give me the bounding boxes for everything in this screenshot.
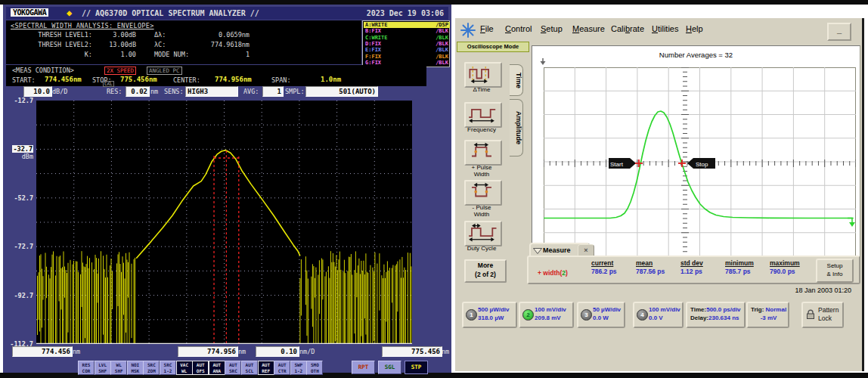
softkey-line1: AUT [193,362,208,368]
side-button-neg-pulse[interactable] [464,180,502,206]
softkey-lvl-shf[interactable]: LVLSHF [95,361,111,375]
softkey-aut-ref[interactable]: AUTREF [258,361,274,375]
softkey-res-cor[interactable]: RESCOR [78,361,95,375]
meas-condition-panel: <MEAS CONDITION> 2X SPEED ANGLED PC STAR… [6,65,426,86]
channel-1-button[interactable]: 1500 µW/div318.0 µW [462,302,517,328]
measure-column-value: 787.56 ps [636,268,680,275]
channel-offset: 209.8 mV [535,314,566,322]
waveform-display: Number Averages = 32 StartStop [532,45,860,261]
runkey-stp[interactable]: STP [405,361,428,374]
softkey-aut-ctr[interactable]: AUTCTR [274,361,290,375]
softkey-src-1-2[interactable]: SRC1-2 [160,361,176,375]
analysis-cell: 1 [200,51,250,58]
menu-item-calibrate[interactable]: Calibrate [611,24,644,33]
stop-value[interactable]: 775.456nm [120,76,157,83]
xaxis-stop-box[interactable]: 775.456 [382,346,442,357]
softkey-aut-ana[interactable]: AUTANA [209,361,225,375]
pattern-lock-button[interactable]: Pattern Lock [801,302,844,328]
more-line2: (2 of 2) [466,270,505,279]
res-value-box[interactable]: 0.02 [126,86,150,97]
menu-item-control[interactable]: Control [505,24,532,33]
trace-legend-row[interactable]: C:WRITE/BLK [364,35,450,41]
xaxis-center-box[interactable]: 774.956 [178,346,238,357]
softkey-line1: AUT [242,362,257,368]
softkey-aut-scl[interactable]: AUTSCL [241,361,258,375]
softkey-line2: OTH [307,368,322,374]
trace-legend-row[interactable]: D:FIX/BLK [364,41,450,47]
smpl-label: SMPL: [285,88,305,95]
more-line1: More [466,261,505,270]
trace-legend-row[interactable]: A:WRITE/DSP [364,22,450,28]
side-button-duty-cycle[interactable] [464,221,502,246]
tab-amplitude[interactable]: Amplitude [510,99,523,156]
softkey-vac-wl[interactable]: VACWL [176,361,193,375]
svg-text:Start: Start [610,161,624,168]
channel-2-button[interactable]: 2100 mV/div209.8 mV [519,302,574,328]
trace-legend-row[interactable]: B:FIX/BLK [364,28,450,34]
delta-time-icon [466,64,498,83]
trace-mode: /BLK [436,47,448,53]
yaxis-label: -92.7 [5,292,33,299]
trace-name: D:FIX [365,41,381,47]
avg-value-box[interactable]: 1 [262,86,284,97]
analysis-cell: 0.0659nm [200,31,250,39]
center-value[interactable]: 774.956nm [215,76,252,83]
side-button-label-line: ΔTime [455,86,508,93]
smpl-value-box[interactable]: 501(AUTO) [305,86,378,97]
softkey-line2: ZOM [144,368,159,374]
trace-legend-row[interactable]: E:FIX/BLK [364,47,450,53]
runkey-rpt[interactable]: RPT [352,361,375,374]
channel-3-button[interactable]: 350 µW/div0.0 W [577,302,625,328]
softkey-line1: SRC [144,362,159,368]
softkey-line1: SWP [291,362,306,368]
side-button-label-line: Width [455,211,508,218]
span-value[interactable]: 1.0nm [321,76,341,83]
xaxis-start-unit: nm [73,348,80,355]
level-scale-box[interactable]: 10.0 [23,86,52,97]
side-button-label: ΔTime [455,86,508,93]
xaxis-scale-box[interactable]: 0.10 [256,346,299,357]
trace-mode: /BLK [436,35,448,41]
side-button-label-line: Frequency [455,126,508,133]
osa-screen: YOKOGAWA ◆ // AQ6370D OPTICAL SPECTRUM A… [3,5,451,373]
softkey-aut-src[interactable]: AUTSRC [225,361,241,375]
softkey-wl-shf[interactable]: WLSHF [110,361,127,375]
tab-time[interactable]: Time [510,64,523,96]
measure-row-label: + width(2) [538,269,568,277]
minimize-button[interactable]: _ [827,23,851,41]
analysis-cell: Δλ: [154,31,200,39]
side-button-label-line: - Pulse [455,204,508,211]
runkey-sgl[interactable]: SGL [378,361,401,374]
more-button[interactable]: More(2 of 2) [464,259,507,283]
speed-badge: 2X SPEED [104,67,136,75]
softkey-line1: NOI [128,362,143,368]
side-button-pos-pulse[interactable] [464,140,502,166]
start-value[interactable]: 774.456nm [45,76,82,83]
menu-item-setup[interactable]: Setup [541,24,563,33]
channel-2-badge: 2 [522,309,534,321]
softkey-src-zom[interactable]: SRCZOM [143,361,160,375]
menu-item-measure[interactable]: Measure [572,24,605,33]
softkey-aut-ofs[interactable]: AUTOFS [192,361,209,375]
softkey-swp-1-2[interactable]: SWP1-2 [290,361,307,375]
xaxis-start-box[interactable]: 774.456 [12,346,73,357]
ref-level-box[interactable]: -32.7 [12,145,33,153]
menu-item-file[interactable]: File [480,24,494,33]
osa-xaxis-row: 774.456 nm 774.956 nm 0.10 nm/D 775.456 … [3,346,451,358]
meas-heading: <MEAS CONDITION> [12,67,74,74]
timebase-button[interactable]: Time:500.0 ps/div Delay:230.634 ns [686,302,746,328]
channel-4-button[interactable]: 4100 mV/div0.0 V [633,302,684,328]
menu-item-help[interactable]: Help [686,24,703,33]
side-button-delta-time[interactable] [464,62,502,88]
softkey-line2: 1-2 [291,368,306,374]
sens-value-box[interactable]: HIGH3 [185,86,238,97]
setup-info-button[interactable]: Setup & Info [816,259,854,283]
menu-item-utilities[interactable]: Utilities [652,24,678,33]
side-button-label-line: Width [455,171,508,178]
trigger-button[interactable]: Trig: Normal -3 mV [746,302,789,328]
side-button-frequency[interactable] [464,102,502,128]
channel-scale: 500 µW/div [478,305,510,314]
trace-legend-row[interactable]: F:FIX/BLK [364,54,450,60]
softkey-smo-oth[interactable]: SMOOTH [306,361,323,375]
softkey-noi-msk[interactable]: NOIMSK [127,361,144,375]
